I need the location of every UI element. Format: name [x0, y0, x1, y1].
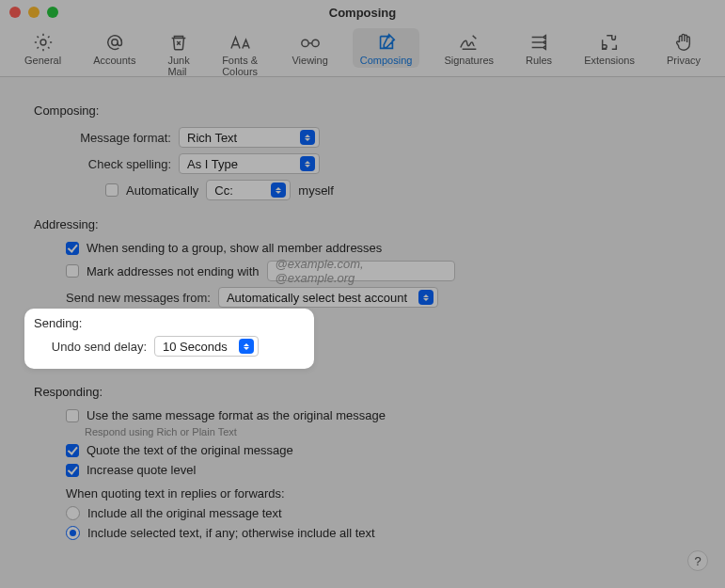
- glasses-icon: [298, 32, 323, 53]
- group-addresses-label: When sending to a group, show all member…: [87, 241, 382, 255]
- quote-text-checkbox[interactable]: [66, 444, 79, 457]
- mark-addresses-checkbox[interactable]: [66, 264, 79, 278]
- same-format-note: Respond using Rich or Plain Text: [85, 426, 697, 437]
- row-include-selected: Include selected text, if any; otherwise…: [66, 526, 697, 540]
- compose-icon: [376, 32, 397, 53]
- row-mark-addresses: Mark addresses not ending with @example.…: [66, 261, 697, 281]
- auto-cc-suffix: myself: [298, 183, 334, 198]
- updown-icon: [300, 156, 315, 171]
- tab-label: Fonts & Colours: [222, 55, 260, 77]
- select-value: Rich Text: [187, 131, 237, 145]
- svg-point-1: [112, 40, 118, 45]
- tab-composing[interactable]: Composing: [353, 28, 420, 68]
- tab-fonts-colours[interactable]: Fonts & Colours: [214, 28, 267, 79]
- titlebar: Composing: [0, 0, 725, 24]
- tab-label: Junk Mail: [167, 55, 190, 77]
- updown-icon: [271, 183, 286, 198]
- quote-text-label: Quote the text of the original message: [87, 443, 293, 457]
- puzzle-icon: [599, 32, 620, 53]
- close-window-button[interactable]: [9, 7, 21, 18]
- select-value: Automatically select best account: [227, 291, 407, 305]
- sending-highlight-panel: Sending: Undo send delay: 10 Seconds: [24, 309, 314, 369]
- tab-label: Viewing: [292, 55, 327, 66]
- svg-point-3: [311, 40, 318, 46]
- message-format-label: Message format:: [66, 131, 171, 145]
- section-composing-header: Composing:: [34, 103, 697, 118]
- select-value: Cc:: [214, 183, 233, 198]
- message-format-select[interactable]: Rich Text: [179, 127, 320, 148]
- at-icon: [104, 32, 125, 53]
- same-format-checkbox[interactable]: [66, 409, 79, 422]
- send-from-label: Send new messages from:: [66, 291, 211, 305]
- tab-label: Privacy: [667, 55, 701, 66]
- preferences-toolbar: General Accounts Junk Mail Fonts & Colou…: [0, 24, 725, 77]
- trash-icon: [168, 32, 189, 53]
- gear-icon: [33, 32, 54, 53]
- auto-cc-checkbox[interactable]: [105, 183, 118, 197]
- auto-cc-select[interactable]: Cc:: [206, 180, 291, 200]
- include-all-label: Include all the original message text: [87, 506, 282, 520]
- when-quoting-label: When quoting text in replies or forwards…: [66, 486, 285, 501]
- tab-label: Rules: [526, 55, 552, 66]
- updown-icon: [418, 290, 433, 305]
- minimize-window-button[interactable]: [28, 7, 39, 18]
- tab-accounts[interactable]: Accounts: [86, 28, 143, 68]
- tab-extensions[interactable]: Extensions: [576, 28, 642, 68]
- select-value: 10 Seconds: [163, 340, 228, 354]
- tab-privacy[interactable]: Privacy: [659, 28, 708, 68]
- help-button[interactable]: ?: [687, 550, 708, 571]
- tab-label: Composing: [360, 55, 413, 66]
- check-spelling-select[interactable]: As I Type: [179, 153, 320, 174]
- check-spelling-label: Check spelling:: [66, 157, 171, 171]
- tab-label: Accounts: [93, 55, 135, 66]
- row-when-quoting: When quoting text in replies or forwards…: [66, 486, 697, 501]
- row-increase-quote: Increase quote level: [66, 463, 697, 477]
- row-send-from: Send new messages from: Automatically se…: [66, 287, 697, 308]
- svg-point-0: [40, 40, 46, 45]
- row-message-format: Message format: Rich Text: [66, 127, 697, 148]
- tab-label: Signatures: [444, 55, 494, 66]
- font-icon: [229, 32, 253, 53]
- include-all-radio[interactable]: [66, 506, 80, 520]
- group-addresses-checkbox[interactable]: [66, 242, 79, 255]
- tab-signatures[interactable]: Signatures: [436, 28, 501, 68]
- send-from-select[interactable]: Automatically select best account: [218, 287, 438, 308]
- hand-icon: [674, 32, 693, 53]
- tab-junk-mail[interactable]: Junk Mail: [160, 28, 197, 79]
- increase-quote-label: Increase quote level: [87, 463, 196, 477]
- row-quote-text: Quote the text of the original message: [66, 443, 697, 457]
- row-auto-cc: Automatically Cc: myself: [66, 180, 697, 200]
- include-selected-radio[interactable]: [66, 526, 80, 540]
- tab-viewing[interactable]: Viewing: [284, 28, 335, 68]
- tab-rules[interactable]: Rules: [518, 28, 560, 68]
- window-title: Composing: [329, 6, 397, 20]
- row-check-spelling: Check spelling: As I Type: [66, 153, 697, 174]
- rules-icon: [528, 32, 549, 53]
- mark-addresses-label: Mark addresses not ending with: [87, 264, 260, 278]
- svg-point-2: [301, 40, 307, 46]
- auto-cc-label: Automatically: [126, 183, 198, 198]
- row-include-all: Include all the original message text: [66, 506, 697, 520]
- section-addressing-header: Addressing:: [34, 217, 697, 231]
- updown-icon: [300, 130, 315, 145]
- row-group-addresses: When sending to a group, show all member…: [66, 241, 697, 255]
- increase-quote-checkbox[interactable]: [66, 464, 79, 477]
- row-undo-send: Undo send delay: 10 Seconds: [41, 336, 305, 357]
- row-same-format: Use the same message format as the origi…: [66, 408, 697, 422]
- mark-addresses-input[interactable]: @example.com, @example.org: [267, 261, 455, 281]
- tab-label: Extensions: [584, 55, 635, 66]
- section-responding-header: Responding:: [34, 385, 697, 399]
- updown-icon: [239, 339, 254, 354]
- undo-send-label: Undo send delay:: [41, 340, 147, 354]
- tab-label: General: [24, 55, 61, 66]
- window-controls: [9, 7, 58, 18]
- tab-general[interactable]: General: [17, 28, 69, 68]
- signature-icon: [458, 32, 481, 53]
- select-value: As I Type: [187, 157, 238, 171]
- section-sending-header: Sending:: [34, 316, 305, 330]
- undo-send-select[interactable]: 10 Seconds: [154, 336, 259, 357]
- zoom-window-button[interactable]: [47, 7, 58, 18]
- include-selected-label: Include selected text, if any; otherwise…: [87, 526, 375, 540]
- same-format-label: Use the same message format as the origi…: [87, 408, 386, 422]
